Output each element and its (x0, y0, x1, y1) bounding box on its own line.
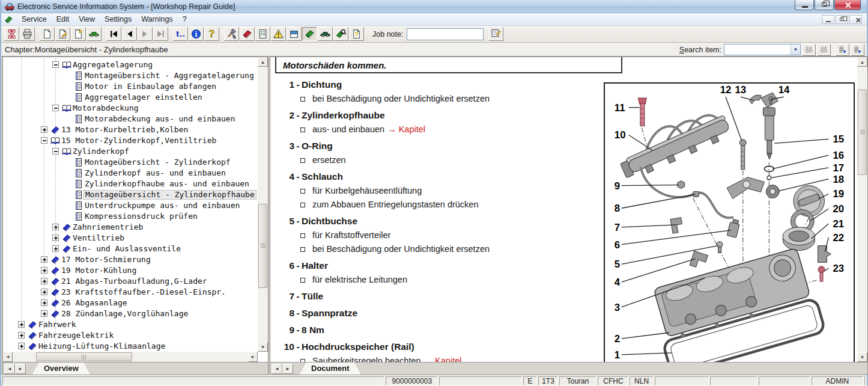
tab-scroll-left-icon[interactable]: ◂ (4, 364, 15, 374)
expand-icon[interactable] (41, 289, 47, 295)
tree-item-label[interactable]: 21 Abgas-Turboaufladung,G-Lader (60, 277, 208, 286)
jump-previous-hit-button[interactable] (836, 44, 849, 56)
tree-item-label[interactable]: 17 Motor-Schmierung (60, 255, 152, 265)
tree-hscroll-thumb[interactable] (36, 352, 132, 361)
tree-item-label[interactable]: Montageübersicht - Zylinderkopfhaube (83, 190, 256, 200)
vehicle-identification-button[interactable] (86, 27, 102, 41)
tree-item-label[interactable]: 13 Motor-Kurbeltrieb,Kolben (60, 125, 189, 135)
search-item-combobox[interactable]: ▾ (724, 44, 801, 55)
tree-horizontal-scrollbar[interactable]: ◂ ▸ (3, 352, 258, 362)
close-button[interactable] (834, 0, 861, 10)
tree-item-label[interactable]: Kompressionsdruck prüfen (83, 212, 199, 221)
tree-item-label[interactable]: Zylinderkopf aus- und einbauen (83, 168, 227, 178)
find-next-button[interactable] (817, 44, 831, 56)
collapse-icon[interactable] (52, 105, 59, 111)
tab-overview[interactable]: Overview (32, 363, 91, 375)
chapter-link[interactable]: → Kapitel (387, 124, 425, 135)
expand-icon[interactable] (41, 256, 47, 263)
scroll-up-icon[interactable]: ▴ (258, 57, 268, 67)
tree-item-label[interactable]: Unterdruckpumpe aus- und einbauen (83, 201, 241, 210)
new-document-button[interactable] (40, 27, 55, 41)
information-button[interactable]: i (189, 27, 204, 41)
collapse-icon[interactable] (41, 137, 47, 144)
technical-bulletins-button[interactable] (271, 27, 286, 41)
scroll-down-icon[interactable]: ▾ (258, 342, 268, 352)
mdi-restore-button[interactable] (836, 15, 848, 24)
jump-next-hit-button[interactable] (851, 44, 864, 56)
tree-item-label[interactable]: Motor in Einbaulage abfangen (83, 82, 217, 91)
tree-item-label[interactable]: 15 Motor-Zylinderkopf,Ventiltrieb (60, 136, 217, 146)
tree-vertical-scrollbar[interactable]: ▴ ▾ (258, 57, 268, 352)
tree-item-label[interactable]: 26 Abgasanlage (60, 298, 129, 308)
job-note-edit-button[interactable] (488, 27, 503, 41)
document-vscroll-thumb[interactable] (858, 90, 867, 175)
expand-icon[interactable] (41, 299, 47, 306)
exit-button[interactable] (4, 27, 19, 41)
expand-icon[interactable] (52, 224, 59, 230)
expand-icon[interactable] (41, 278, 47, 284)
tree-item-label[interactable]: Aggregatelager einstellen (83, 93, 204, 102)
import-document-button[interactable] (71, 27, 86, 41)
expand-icon[interactable] (41, 126, 47, 133)
tree-vscroll-thumb[interactable] (258, 204, 267, 288)
expand-icon[interactable] (18, 332, 25, 339)
menu-edit[interactable]: Edit (52, 14, 74, 25)
tree-item-label[interactable]: Fahrzeugelektrik (37, 331, 115, 340)
mdi-close-button[interactable] (849, 15, 862, 24)
tab-document[interactable]: Document (299, 363, 362, 375)
tree-item-label[interactable]: Ventiltrieb (71, 233, 126, 243)
tree-item-label[interactable]: 28 Zündanlage,Vorglühanlage (60, 309, 189, 319)
tab-scroll-right-icon[interactable]: ▸ (282, 364, 293, 374)
expand-icon[interactable] (18, 343, 25, 349)
print-button[interactable] (20, 27, 35, 41)
tree-item-label[interactable]: Zylinderkopfhaube aus- und einbauen (83, 179, 250, 189)
fluid-capacities-button[interactable] (287, 27, 302, 41)
go-last-button[interactable] (153, 27, 168, 41)
tree-item-label[interactable]: Motorabdeckung aus- und einbauen (83, 114, 236, 124)
document-search-button[interactable] (333, 27, 348, 41)
expand-icon[interactable] (41, 310, 47, 317)
document-help-button[interactable]: ? (349, 27, 364, 41)
text-size-button[interactable]: t.. (173, 27, 188, 41)
scroll-up-icon[interactable]: ▴ (857, 57, 867, 67)
expand-icon[interactable] (18, 321, 25, 328)
go-back-button[interactable] (122, 27, 137, 41)
minimize-button[interactable] (795, 0, 814, 10)
menu-warnings[interactable]: Warnings (136, 14, 177, 25)
tab-scroll-right-icon[interactable]: ▸ (15, 364, 26, 374)
vehicle-data-button[interactable] (318, 27, 333, 41)
find-button[interactable] (802, 44, 816, 56)
scroll-down-icon[interactable]: ▾ (857, 352, 867, 362)
edit-document-button[interactable] (55, 27, 70, 41)
tree-item-label[interactable]: Zylinderkopf (71, 147, 130, 156)
tree-item-label[interactable]: Motorabdeckung (71, 103, 140, 113)
expand-icon[interactable] (52, 245, 59, 252)
collapse-icon[interactable] (52, 148, 59, 155)
job-note-input[interactable] (407, 28, 484, 40)
tree-item-label[interactable]: Heizung-Lüftung-Klimaanlage (37, 342, 166, 351)
scroll-left-icon[interactable]: ◂ (3, 352, 13, 362)
collapse-icon[interactable] (52, 61, 59, 68)
tree-item-label[interactable]: Montageübersicht - Aggregatelagerung (83, 71, 255, 81)
menu-settings[interactable]: Settings (100, 14, 136, 25)
workshop-equipment-button[interactable] (224, 27, 239, 41)
expand-icon[interactable] (52, 234, 59, 241)
help-button[interactable]: ? (204, 27, 219, 41)
mdi-minimize-button[interactable] (822, 15, 834, 24)
tree-item-label[interactable]: Fahrwerk (37, 320, 77, 329)
tree-item-label[interactable]: Zahnriementrieb (71, 222, 144, 232)
tree-item-label[interactable]: Montageübersicht - Zylinderkopf (83, 158, 232, 167)
repair-manual-button[interactable] (240, 27, 255, 41)
menu-service[interactable]: Service (17, 14, 52, 25)
go-forward-button[interactable] (138, 27, 153, 41)
menu-view[interactable]: View (74, 14, 100, 25)
restore-button[interactable] (815, 0, 834, 10)
go-first-button[interactable] (106, 27, 121, 41)
chevron-down-icon[interactable]: ▾ (791, 44, 800, 55)
tree-item-label[interactable]: 19 Motor-Kühlung (60, 266, 138, 275)
scroll-right-icon[interactable]: ▸ (248, 352, 258, 362)
tree-item-label[interactable]: Aggregatelagerung (71, 60, 154, 70)
tree-item-label[interactable]: Ein- und Auslassventile (71, 244, 182, 254)
menu-item[interactable]: ? (178, 14, 192, 25)
workshop-repair-guide-button[interactable] (302, 27, 317, 41)
